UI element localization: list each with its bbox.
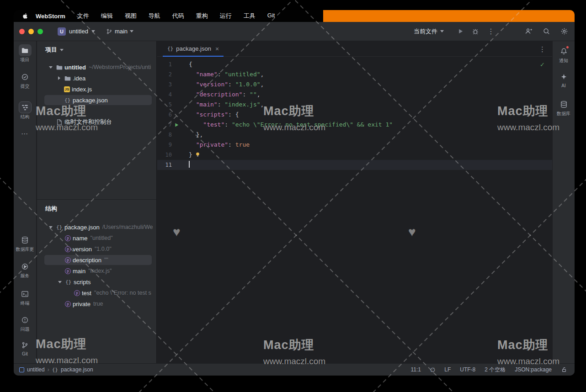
run-script-icon[interactable] (174, 122, 179, 127)
chevron-down-icon[interactable] (49, 226, 53, 228)
file-encoding[interactable]: UTF-8 (460, 366, 475, 373)
tree-item-name: test (82, 290, 91, 297)
menu-item[interactable]: 编辑 (101, 12, 113, 20)
gutter (172, 122, 189, 127)
tree-row[interactable]: {}package.json (37, 95, 156, 106)
menu-item[interactable]: 工具 (244, 12, 256, 20)
code-line[interactable]: 3 "version": "1.0.0", (157, 79, 552, 90)
code-line[interactable]: 11 (157, 160, 552, 170)
tree-row[interactable]: ptest"echo \"Error: no test s (37, 287, 156, 298)
tool-button-project[interactable]: 项目 (14, 44, 36, 63)
tree-row[interactable]: 临时文件和控制台 (37, 117, 156, 127)
code-editor[interactable]: 1{2 "name": "untitled",3 "version": "1.0… (157, 57, 552, 363)
tool-button-commit[interactable]: 提交 (14, 71, 36, 90)
branch-widget[interactable]: main (106, 28, 133, 35)
tree-row[interactable]: .idea (37, 73, 156, 84)
code-line[interactable]: 9 "private": true (157, 140, 552, 150)
chevron-down-icon (130, 30, 133, 32)
menu-item[interactable]: 代码 (172, 12, 184, 20)
code-line[interactable]: 4 "description": "", (157, 90, 552, 100)
close-window-button[interactable] (19, 29, 25, 34)
more-icon: ⋯ (21, 130, 29, 138)
run-button[interactable] (458, 28, 463, 34)
folder-icon (56, 64, 63, 71)
menu-items: 文件编辑视图导航代码重构运行工具Git (65, 12, 275, 20)
tree-row[interactable]: {}scripts (37, 276, 156, 287)
tab-options-button[interactable]: ⋮ (539, 45, 546, 53)
breadcrumb-file[interactable]: package.json (61, 366, 93, 373)
tree-item-detail: "" (104, 257, 108, 263)
code-with-me-button[interactable] (525, 27, 533, 35)
structure-panel-title[interactable]: 结构 (45, 205, 57, 213)
caret-position[interactable]: 11:1 (410, 366, 421, 373)
file-type-schema[interactable]: JSON:package (515, 366, 552, 373)
tree-row[interactable]: pversion"1.0.0" (37, 244, 156, 254)
debug-button[interactable] (472, 28, 479, 35)
more-actions-button[interactable]: ⋮ (487, 28, 495, 35)
line-number: 11 (157, 160, 172, 170)
chevron-down-icon (440, 30, 444, 32)
code-line[interactable]: 5 "main": "index.js", (157, 100, 552, 110)
code-text: "scripts": { (189, 110, 239, 120)
tree-row[interactable]: JSindex.js (37, 84, 156, 95)
code-line[interactable]: 7 "test": "echo \"Error: no test specifi… (157, 120, 552, 130)
tool-button-database[interactable]: 数据库更 (14, 234, 36, 253)
chevron-slot (48, 66, 54, 69)
settings-button[interactable] (560, 27, 568, 35)
tree-row[interactable]: pname"untitled" (37, 233, 156, 244)
tree-item-name: scripts (74, 279, 91, 286)
tree-item-detail: "index.js" (88, 268, 112, 274)
highlighting-level-icon[interactable]: ∅ (430, 366, 435, 373)
code-text: { (189, 59, 192, 69)
line-separator[interactable]: LF (444, 366, 451, 373)
tool-button-services[interactable]: 服务 (14, 260, 36, 279)
code-line[interactable]: 6 "scripts": { (157, 110, 552, 120)
menu-item[interactable]: 导航 (149, 12, 160, 20)
tree-item-name: 临时文件和控制台 (64, 118, 112, 126)
tool-button-structure[interactable]: 结构 (14, 101, 36, 120)
tab-package-json[interactable]: {} package.json × (163, 41, 224, 56)
zoom-window-button[interactable] (37, 29, 43, 34)
chevron-right-icon[interactable] (58, 76, 60, 80)
search-everywhere-button[interactable] (543, 27, 550, 35)
tool-button-database[interactable]: 数据库 (553, 98, 575, 117)
code-line[interactable]: 8 }, (157, 130, 552, 140)
chevron-down-icon[interactable] (58, 281, 62, 283)
tree-row[interactable]: pdescription"" (37, 254, 156, 265)
tree-row[interactable]: pmain"index.js" (37, 265, 156, 276)
notification-badge (566, 46, 569, 49)
close-tab-icon[interactable]: × (215, 45, 219, 53)
menu-item[interactable]: 重构 (196, 12, 208, 20)
minimize-window-button[interactable] (28, 29, 34, 34)
tree-row[interactable]: untitled~/WebstormProjects/unti (37, 62, 156, 73)
code-line[interactable]: 2 "name": "untitled", (157, 69, 552, 79)
scratch-icon (56, 119, 63, 126)
menu-item[interactable]: Git (267, 12, 275, 20)
tool-button-ai[interactable]: AI (553, 71, 575, 88)
tool-button-terminal[interactable]: 终端 (14, 288, 36, 307)
apple-menu-icon[interactable] (22, 13, 28, 19)
tool-button-more[interactable]: ⋯ (14, 128, 36, 140)
tree-row[interactable]: {}package.json/Users/maczhuli/We (37, 222, 156, 233)
code-line[interactable]: 10} (157, 150, 552, 160)
menu-app-name[interactable]: WebStorm (36, 13, 65, 20)
menu-item[interactable]: 运行 (220, 12, 232, 20)
intention-bulb-icon[interactable] (195, 152, 201, 158)
chevron-down-icon (91, 30, 95, 32)
menu-item[interactable]: 视图 (125, 12, 137, 20)
code-line[interactable]: 1{ (157, 59, 552, 69)
lock-icon[interactable] (561, 366, 567, 373)
tool-button-notifications[interactable]: 通知 (553, 45, 575, 64)
project-widget[interactable]: U untitled (58, 27, 95, 36)
tool-button-git[interactable]: Git (14, 339, 36, 356)
chevron-down-icon[interactable] (49, 66, 53, 69)
breadcrumb-project[interactable]: untitled (27, 366, 45, 373)
tool-button-problems[interactable]: 问题 (14, 314, 36, 333)
indent-style[interactable]: 2 个空格 (485, 366, 506, 374)
run-configuration-widget[interactable]: 当前文件 (414, 27, 444, 36)
chevron-slot (56, 76, 62, 80)
ai-icon (560, 73, 568, 81)
menu-item[interactable]: 文件 (77, 12, 89, 20)
project-panel-title[interactable]: 项目 (45, 46, 64, 54)
tree-row[interactable]: pprivatetrue (37, 298, 156, 309)
